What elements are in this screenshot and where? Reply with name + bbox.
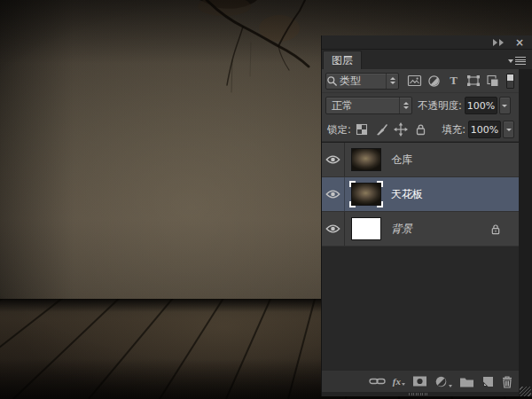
new-group-icon[interactable] xyxy=(459,376,474,387)
lock-label: 锁定: xyxy=(327,123,351,137)
corner-resize-grip[interactable] xyxy=(520,387,531,396)
layer-thumbnail[interactable] xyxy=(351,217,381,240)
visibility-toggle[interactable] xyxy=(322,143,345,176)
smart-objects-icon[interactable] xyxy=(483,73,502,90)
panel-group-titlebar: × xyxy=(322,35,532,50)
layer-filter-toggle[interactable] xyxy=(506,74,514,89)
background-lock-icon[interactable] xyxy=(490,223,501,235)
pixel-layers-icon[interactable] xyxy=(405,73,424,90)
adjustment-layer-icon[interactable] xyxy=(434,375,452,388)
layer-thumbnail-selected[interactable] xyxy=(351,183,381,206)
opacity-label: 不透明度: xyxy=(418,99,462,113)
collapse-to-icons-button[interactable] xyxy=(493,39,504,46)
lock-all-icon[interactable] xyxy=(411,121,430,138)
layer-thumbnail[interactable] xyxy=(351,148,381,171)
panel-resize-grip[interactable] xyxy=(409,393,428,395)
dock-background xyxy=(519,69,532,396)
layer-mask-icon[interactable] xyxy=(412,375,427,387)
filter-type-label: 类型 xyxy=(340,74,361,89)
lock-row: 锁定: xyxy=(322,118,519,142)
lock-pixels-icon[interactable] xyxy=(372,121,391,138)
link-layers-icon[interactable] xyxy=(369,375,386,387)
opacity-value-field[interactable]: 100% xyxy=(465,97,497,114)
dropdown-arrows-icon xyxy=(399,98,411,113)
adjustment-layers-icon[interactable] xyxy=(425,73,443,90)
fill-slider-button[interactable] xyxy=(503,121,514,138)
layer-row-tianhuaban-selected[interactable]: 天花板 xyxy=(322,177,519,212)
filter-type-dropdown[interactable]: 类型 xyxy=(325,73,399,90)
panel-bottom-edge xyxy=(322,392,519,396)
fill-value-field[interactable]: 100% xyxy=(468,121,501,138)
blend-mode-row: 正常 不透明度: 100% xyxy=(322,93,519,118)
panel-tabbar: 图层 xyxy=(322,50,532,69)
opacity-slider-button[interactable] xyxy=(499,97,511,114)
layer-style-icon[interactable]: fx xyxy=(393,376,405,387)
visibility-toggle[interactable] xyxy=(322,212,345,246)
layer-filter-row: 类型 T xyxy=(322,69,519,93)
eye-icon xyxy=(325,154,340,165)
layer-name: 背景 xyxy=(391,222,412,237)
layers-panel-footer: fx xyxy=(322,370,519,392)
photoshop-workspace: × 图层 类型 xyxy=(0,0,532,399)
panel-menu-icon[interactable] xyxy=(508,57,526,65)
search-icon xyxy=(326,75,338,87)
blend-mode-value: 正常 xyxy=(332,98,353,113)
visibility-toggle[interactable] xyxy=(322,177,345,211)
fill-label: 填充: xyxy=(442,123,466,137)
tab-layers-label: 图层 xyxy=(332,53,353,68)
new-layer-icon[interactable] xyxy=(481,375,494,387)
tab-layers[interactable]: 图层 xyxy=(323,51,362,69)
layers-panel: 类型 T xyxy=(322,69,519,396)
layers-list: 仓库 天花板 xyxy=(322,142,519,370)
layer-row-cangku[interactable]: 仓库 xyxy=(322,143,519,177)
eye-icon xyxy=(325,189,340,200)
dropdown-arrows-icon xyxy=(386,74,398,89)
delete-layer-icon[interactable] xyxy=(501,375,513,388)
layers-panel-dock: × 图层 类型 xyxy=(321,35,532,396)
layer-name: 天花板 xyxy=(391,187,423,202)
close-icon[interactable]: × xyxy=(515,38,524,47)
blend-mode-dropdown[interactable]: 正常 xyxy=(325,97,412,114)
type-layers-icon[interactable]: T xyxy=(444,73,463,90)
layer-row-background[interactable]: 背景 xyxy=(322,212,519,246)
layer-name: 仓库 xyxy=(391,153,412,168)
lock-position-icon[interactable] xyxy=(392,121,411,138)
shape-layers-icon[interactable] xyxy=(464,73,482,90)
eye-icon xyxy=(325,223,340,234)
lock-transparency-icon[interactable] xyxy=(353,121,372,138)
